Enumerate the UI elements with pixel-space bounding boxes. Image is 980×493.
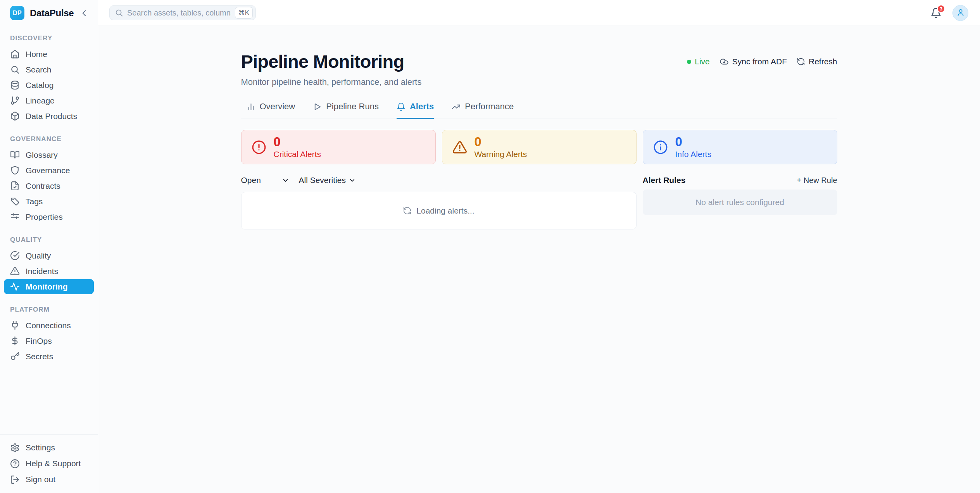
- collapse-sidebar-icon[interactable]: [79, 8, 89, 18]
- tab-performance[interactable]: Performance: [452, 102, 514, 119]
- sidebar-item-glossary[interactable]: Glossary: [4, 147, 94, 162]
- sidebar-item-label: Monitoring: [26, 282, 67, 291]
- sidebar-item-label: Properties: [26, 212, 63, 222]
- search-input[interactable]: [127, 9, 231, 17]
- play-icon: [313, 102, 322, 111]
- warning-alerts-card: 0Warning Alerts: [442, 130, 637, 164]
- book-open-icon: [10, 150, 20, 160]
- help-circle-icon: [10, 459, 20, 469]
- main-content: Pipeline Monitoring Monitor pipeline hea…: [98, 26, 980, 493]
- critical-alerts-card: 0Critical Alerts: [241, 130, 436, 164]
- search-icon: [10, 65, 20, 74]
- sidebar-item-secrets[interactable]: Secrets: [4, 349, 94, 364]
- chevron-down-icon: [349, 177, 356, 184]
- sidebar-item-settings[interactable]: Settings: [4, 440, 94, 455]
- trending-up-icon: [452, 102, 461, 111]
- alerts-loading-panel: Loading alerts...: [241, 192, 637, 229]
- sidebar-item-contracts[interactable]: Contracts: [4, 178, 94, 193]
- info-icon: [653, 140, 668, 155]
- sidebar-item-label: Data Products: [26, 112, 77, 121]
- status-filter-value: Open: [241, 176, 261, 185]
- sidebar-item-label: Contracts: [26, 181, 60, 191]
- shield-icon: [10, 165, 20, 175]
- sidebar-item-sign-out[interactable]: Sign out: [4, 472, 94, 487]
- alert-count: 0: [474, 135, 527, 149]
- sidebar-section-label: PLATFORM: [4, 302, 94, 317]
- key-icon: [10, 352, 20, 361]
- alert-rules-title: Alert Rules: [643, 176, 686, 185]
- sidebar-item-label: Quality: [26, 251, 51, 260]
- page-title: Pipeline Monitoring: [241, 51, 422, 72]
- sidebar-item-help-support[interactable]: Help & Support: [4, 456, 94, 471]
- alert-triangle-icon: [10, 266, 20, 276]
- sidebar-item-quality[interactable]: Quality: [4, 248, 94, 263]
- sidebar-item-tags[interactable]: Tags: [4, 194, 94, 209]
- new-rule-button[interactable]: + New Rule: [797, 176, 837, 185]
- live-status-badge: Live: [687, 57, 710, 66]
- user-avatar[interactable]: [952, 5, 968, 21]
- refresh-button[interactable]: Refresh: [797, 57, 837, 66]
- info-alerts-card: 0Info Alerts: [643, 130, 837, 164]
- brand: DP DataPulse: [0, 0, 98, 26]
- sidebar-item-label: Sign out: [26, 475, 55, 484]
- cloud-download-icon: [719, 57, 729, 66]
- loading-text: Loading alerts...: [416, 206, 474, 215]
- sidebar-item-label: FinOps: [26, 336, 52, 346]
- sidebar-footer: SettingsHelp & SupportSign out: [0, 434, 98, 493]
- file-check-icon: [10, 181, 20, 191]
- status-filter-select[interactable]: Open: [241, 176, 289, 185]
- sidebar-item-home[interactable]: Home: [4, 47, 94, 62]
- package-icon: [10, 111, 20, 121]
- sidebar: DP DataPulse DISCOVERYHomeSearchCatalogL…: [0, 0, 98, 493]
- sidebar-item-search[interactable]: Search: [4, 62, 94, 77]
- sidebar-item-incidents[interactable]: Incidents: [4, 264, 94, 279]
- app-name: DataPulse: [30, 8, 74, 19]
- sidebar-item-lineage[interactable]: Lineage: [4, 93, 94, 108]
- chevron-down-icon: [282, 177, 289, 184]
- tab-pipeline-runs[interactable]: Pipeline Runs: [313, 102, 379, 119]
- sidebar-nav: DISCOVERYHomeSearchCatalogLineageData Pr…: [0, 26, 98, 434]
- log-out-icon: [10, 475, 20, 484]
- bar-chart-icon: [247, 102, 255, 111]
- tab-alerts[interactable]: Alerts: [397, 102, 434, 119]
- sidebar-item-properties[interactable]: Properties: [4, 209, 94, 224]
- refresh-icon: [797, 57, 805, 66]
- page-subtitle: Monitor pipeline health, performance, an…: [241, 77, 422, 87]
- sidebar-item-data-products[interactable]: Data Products: [4, 109, 94, 124]
- sidebar-item-governance[interactable]: Governance: [4, 163, 94, 178]
- activity-icon: [10, 282, 20, 291]
- sidebar-section-label: GOVERNANCE: [4, 131, 94, 147]
- alert-circle-icon: [252, 140, 266, 155]
- alert-rules-empty-state: No alert rules configured: [643, 190, 837, 215]
- home-icon: [10, 49, 20, 59]
- live-dot-icon: [687, 60, 691, 64]
- sidebar-item-label: Glossary: [26, 150, 58, 160]
- sync-label: Sync from ADF: [732, 57, 787, 66]
- global-search[interactable]: ⌘K: [109, 5, 256, 20]
- plug-icon: [10, 321, 20, 330]
- tab-bar: OverviewPipeline RunsAlertsPerformance: [241, 102, 837, 119]
- app-logo: DP: [10, 6, 24, 20]
- sidebar-section-platform: PLATFORMConnectionsFinOpsSecrets: [4, 302, 94, 364]
- sidebar-item-label: Search: [26, 65, 52, 74]
- tab-label: Alerts: [410, 102, 434, 112]
- sidebar-item-finops[interactable]: FinOps: [4, 333, 94, 348]
- sidebar-section-discovery: DISCOVERYHomeSearchCatalogLineageData Pr…: [4, 31, 94, 124]
- search-icon: [115, 9, 123, 17]
- alert-summary-cards: 0Critical Alerts0Warning Alerts0Info Ale…: [241, 130, 837, 164]
- sidebar-section-governance: GOVERNANCEGlossaryGovernanceContractsTag…: [4, 131, 94, 224]
- tab-label: Performance: [465, 102, 514, 112]
- tab-overview[interactable]: Overview: [247, 102, 295, 119]
- alert-count: 0: [274, 135, 321, 149]
- notifications-button[interactable]: 3: [930, 7, 942, 19]
- alert-card-label: Info Alerts: [675, 150, 711, 159]
- sidebar-item-monitoring[interactable]: Monitoring: [4, 279, 94, 294]
- sidebar-item-label: Catalog: [26, 81, 53, 90]
- severity-filter-select[interactable]: All Severities: [299, 176, 356, 185]
- sidebar-item-connections[interactable]: Connections: [4, 318, 94, 333]
- loading-spinner-icon: [403, 206, 412, 215]
- sidebar-item-label: Help & Support: [26, 459, 81, 468]
- sync-from-adf-button[interactable]: Sync from ADF: [719, 57, 787, 66]
- sidebar-item-catalog[interactable]: Catalog: [4, 78, 94, 93]
- sidebar-item-label: Incidents: [26, 267, 58, 276]
